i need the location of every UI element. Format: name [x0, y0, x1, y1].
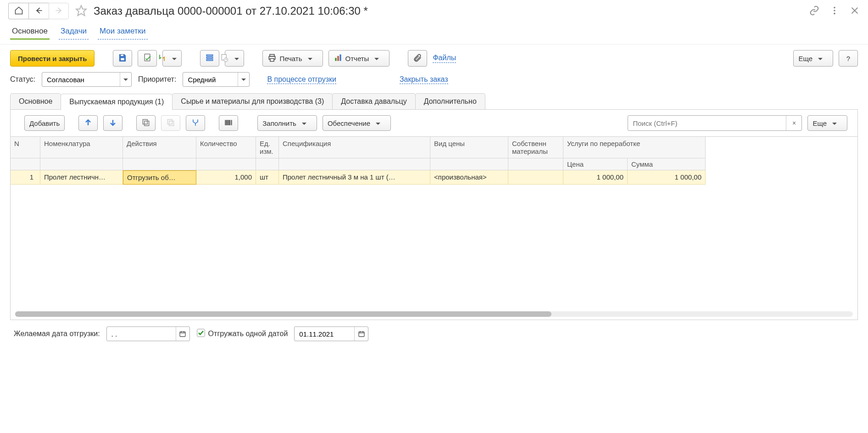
print-label: Печать: [279, 55, 302, 62]
reports-button[interactable]: Отчеты: [328, 50, 390, 67]
print-button[interactable]: Печать: [262, 50, 323, 67]
split-button[interactable]: [186, 115, 205, 131]
help-button[interactable]: ?: [839, 50, 858, 67]
move-up-button[interactable]: [78, 115, 98, 131]
copy-button[interactable]: [136, 115, 156, 131]
col-services[interactable]: Услуги по переработке: [563, 137, 706, 158]
status-drop[interactable]: [120, 73, 131, 86]
calendar-icon[interactable]: [354, 327, 368, 341]
col-sum[interactable]: Сумма: [628, 158, 706, 170]
viewtab-main[interactable]: Основное: [10, 25, 50, 39]
col-qty[interactable]: Количество: [196, 137, 256, 158]
link-icon[interactable]: [809, 6, 819, 17]
cell-price[interactable]: 1 000,00: [563, 170, 628, 185]
svg-marker-0: [76, 6, 86, 16]
table-more-button[interactable]: Еще: [807, 115, 847, 131]
clear-search-button[interactable]: ×: [786, 116, 801, 130]
cell-sum[interactable]: 1 000,00: [628, 170, 706, 185]
close-icon[interactable]: [850, 6, 860, 17]
create-based-on-button[interactable]: [162, 50, 182, 67]
forward-button[interactable]: [49, 3, 69, 19]
back-button[interactable]: [28, 3, 49, 19]
cell-spec[interactable]: Пролет лестничный 3 м на 1 шт (…: [279, 170, 430, 185]
ship-date-input[interactable]: [294, 326, 368, 341]
more-actions-button[interactable]: Еще: [793, 50, 833, 67]
cell-pricetype[interactable]: <произвольная>: [430, 170, 508, 185]
ship-date-field[interactable]: [295, 330, 354, 338]
command-bar: Провести и закрыть Печать: [0, 50, 868, 72]
col-n[interactable]: N: [11, 137, 40, 158]
tab-additional[interactable]: Дополнительно: [415, 93, 485, 109]
post-button[interactable]: [138, 50, 157, 67]
svg-rect-16: [337, 56, 339, 61]
document-state-button[interactable]: [225, 50, 244, 67]
col-pricetype[interactable]: Вид цены: [430, 137, 508, 158]
supply-button[interactable]: Обеспечение: [323, 115, 391, 131]
cell-own[interactable]: [508, 170, 563, 185]
cell-item[interactable]: Пролет лестничн…: [40, 170, 123, 185]
tab-main[interactable]: Основное: [10, 93, 61, 109]
tab-delivery[interactable]: Доставка давальцу: [332, 93, 415, 109]
list-icon: [205, 53, 214, 64]
ship-one-date-checkbox[interactable]: Отгружать одной датой: [196, 328, 288, 339]
reports-label: Отчеты: [345, 55, 369, 62]
priority-combo[interactable]: [183, 72, 250, 87]
close-order-link[interactable]: Закрыть заказ: [400, 75, 448, 84]
tab-materials[interactable]: Сырье и материалы для производства (3): [172, 93, 333, 109]
shipping-state-link[interactable]: В процессе отгрузки: [267, 75, 336, 84]
priority-input[interactable]: [183, 73, 238, 86]
svg-point-3: [834, 12, 835, 14]
chart-icon: [334, 53, 343, 64]
cell-n[interactable]: 1: [11, 170, 40, 185]
status-row: Статус: Приоритет: В процессе отгрузки З…: [0, 72, 868, 93]
svg-rect-7: [207, 55, 213, 56]
supply-label: Обеспечение: [328, 119, 370, 127]
nav-group: [8, 3, 69, 19]
desired-date-field[interactable]: [107, 330, 176, 338]
attach-button[interactable]: [408, 50, 427, 67]
arrow-right-icon: [54, 6, 63, 17]
horizontal-scrollbar[interactable]: [15, 311, 853, 317]
calendar-icon[interactable]: [176, 327, 189, 341]
col-item[interactable]: Номенклатура: [40, 137, 123, 158]
svg-rect-5: [121, 58, 124, 61]
cell-unit[interactable]: шт: [256, 170, 279, 185]
search-input[interactable]: [628, 119, 786, 127]
save-button[interactable]: [113, 50, 132, 67]
more-menu-icon[interactable]: [829, 6, 840, 17]
status-input[interactable]: [42, 73, 120, 86]
col-ownmat[interactable]: Собственн материалы: [508, 137, 563, 158]
fill-button[interactable]: Заполнить: [257, 115, 317, 131]
paste-icon: [166, 118, 175, 129]
paste-button[interactable]: [161, 115, 180, 131]
tab-products[interactable]: Выпускаемая продукция (1): [61, 94, 172, 110]
col-spec[interactable]: Спецификация: [279, 137, 430, 158]
arrows-icon: [157, 53, 167, 64]
svg-rect-24: [359, 332, 364, 337]
cell-action[interactable]: Отгрузить об…: [123, 170, 196, 185]
svg-rect-18: [145, 121, 149, 125]
desired-date-input[interactable]: [106, 326, 190, 341]
footer-row: Желаемая дата отгрузки: Отгружать одной …: [0, 320, 868, 350]
files-link[interactable]: Файлы: [433, 54, 456, 63]
search-box[interactable]: ×: [628, 115, 802, 131]
col-actions[interactable]: Действия: [123, 137, 196, 158]
home-icon: [14, 6, 23, 17]
post-and-close-button[interactable]: Провести и закрыть: [10, 50, 95, 67]
barcode-button[interactable]: [219, 115, 238, 131]
home-button[interactable]: [8, 3, 28, 19]
add-button[interactable]: Добавить: [24, 115, 65, 131]
priority-drop[interactable]: [238, 73, 249, 86]
col-unit[interactable]: Ед. изм.: [256, 137, 279, 158]
save-icon: [118, 53, 127, 64]
status-combo[interactable]: [42, 72, 132, 87]
viewtab-notes[interactable]: Мои заметки: [98, 25, 148, 39]
move-down-button[interactable]: [103, 115, 122, 131]
paperclip-icon: [413, 53, 422, 64]
cell-qty[interactable]: 1,000: [196, 170, 256, 185]
scrollbar-thumb[interactable]: [15, 311, 551, 317]
structure-button[interactable]: [200, 50, 219, 67]
col-price[interactable]: Цена: [563, 158, 628, 170]
favorite-button[interactable]: [75, 5, 87, 18]
viewtab-tasks[interactable]: Задачи: [59, 25, 89, 39]
